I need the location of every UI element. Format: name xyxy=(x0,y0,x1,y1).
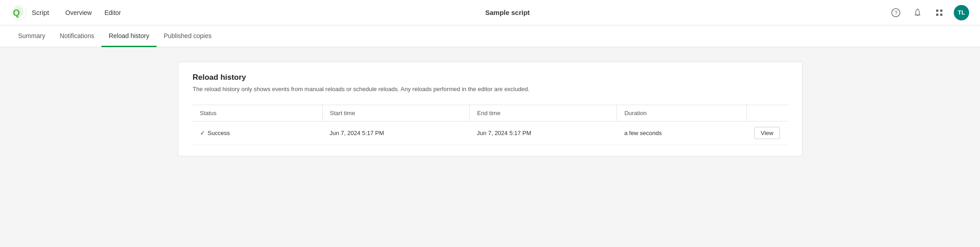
col-header-start-time: Start time xyxy=(322,105,469,121)
svg-text:?: ? xyxy=(894,10,898,16)
tab-published-copies[interactable]: Published copies xyxy=(157,25,219,47)
svg-rect-9 xyxy=(936,14,938,16)
description-text: The reload history only shows events fro… xyxy=(193,86,530,92)
col-header-status: Status xyxy=(193,105,323,121)
status-label: Success xyxy=(208,130,230,136)
help-icon: ? xyxy=(891,8,900,17)
row-end-time: Jun 7, 2024 5:17 PM xyxy=(470,121,617,145)
nav-editor-link[interactable]: Editor xyxy=(99,0,127,25)
card-title: Reload history xyxy=(193,73,788,82)
apps-grid-button[interactable] xyxy=(932,5,947,20)
row-start-time: Jun 7, 2024 5:17 PM xyxy=(322,121,469,145)
row-status: ✓ Success xyxy=(193,121,323,145)
status-success: ✓ Success xyxy=(200,130,316,136)
tab-summary[interactable]: Summary xyxy=(11,25,53,47)
svg-text:Q: Q xyxy=(13,8,20,18)
table-row: ✓ Success Jun 7, 2024 5:17 PM Jun 7, 202… xyxy=(193,121,788,145)
page-title: Sample script xyxy=(137,9,878,16)
card-description: The reload history only shows events fro… xyxy=(193,85,788,94)
nav-links: Overview Editor xyxy=(60,0,126,25)
row-action: View xyxy=(747,121,788,145)
check-icon: ✓ xyxy=(200,130,205,136)
tabs-bar: Summary Notifications Reload history Pub… xyxy=(0,25,980,47)
grid-icon xyxy=(935,8,944,17)
user-avatar[interactable]: TL xyxy=(954,5,969,20)
svg-rect-10 xyxy=(940,14,942,16)
col-header-duration: Duration xyxy=(617,105,747,121)
qlik-logo-icon: Q xyxy=(11,5,27,21)
navbar: Q Script Overview Editor Sample script ? xyxy=(0,0,980,25)
reload-history-card: Reload history The reload history only s… xyxy=(178,62,803,156)
app-type-label: Script xyxy=(32,9,49,16)
notifications-button[interactable] xyxy=(910,5,925,20)
history-table: Status Start time End time Duration ✓ Su… xyxy=(193,105,788,145)
row-duration: a few seconds xyxy=(617,121,747,145)
navbar-actions: ? TL xyxy=(889,5,969,20)
nav-overview-link[interactable]: Overview xyxy=(60,0,97,25)
tab-notifications[interactable]: Notifications xyxy=(53,25,101,47)
svg-rect-7 xyxy=(936,10,938,12)
bell-icon xyxy=(913,8,922,17)
col-header-action xyxy=(747,105,788,121)
main-content: Reload history The reload history only s… xyxy=(0,47,980,171)
tab-reload-history[interactable]: Reload history xyxy=(101,25,157,47)
help-button[interactable]: ? xyxy=(889,5,903,20)
view-button[interactable]: View xyxy=(754,127,780,139)
brand: Q Script xyxy=(11,5,49,21)
col-header-end-time: End time xyxy=(470,105,617,121)
svg-rect-8 xyxy=(940,10,942,12)
table-header-row: Status Start time End time Duration xyxy=(193,105,788,121)
